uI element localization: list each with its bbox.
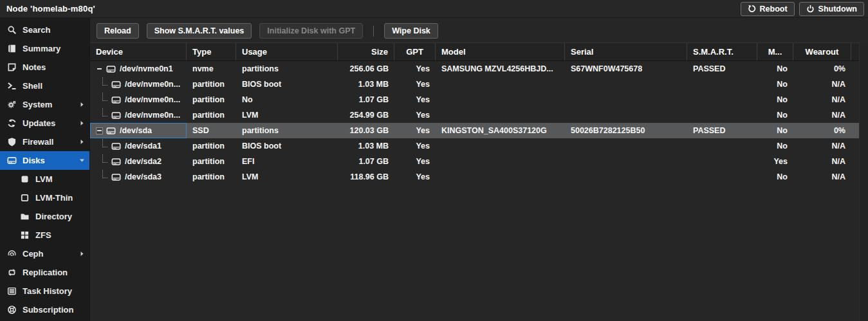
- cell-mounted: No: [757, 123, 793, 138]
- sidebar-item-zfs[interactable]: ZFS: [0, 226, 89, 244]
- cell-usage: BIOS boot: [236, 138, 338, 154]
- lifering-icon: [6, 305, 17, 315]
- sidebar-item-label: Shell: [23, 81, 86, 91]
- cell-smart: [687, 107, 757, 123]
- cell-model: [436, 92, 565, 107]
- cell-gpt: Yes: [394, 138, 436, 154]
- column-header-device[interactable]: Device: [90, 43, 187, 60]
- sidebar-item-lvm-thin[interactable]: LVM-Thin: [0, 188, 89, 207]
- node-title: Node 'homelab-m80q': [6, 4, 95, 14]
- sidebar-item-label: System: [23, 100, 72, 109]
- tree-connector: [102, 154, 107, 163]
- sidebar-item-shell[interactable]: Shell: [0, 77, 89, 95]
- sidebar-item-system[interactable]: System: [0, 95, 89, 114]
- column-header-gpt[interactable]: GPT: [394, 43, 436, 60]
- sidebar-item-ceph[interactable]: Ceph: [0, 244, 89, 263]
- show-smart-values-button[interactable]: Show S.M.A.R.T. values: [147, 23, 252, 39]
- column-header-usage[interactable]: Usage: [236, 43, 338, 60]
- cell-serial: [565, 107, 687, 123]
- column-header-type[interactable]: Type: [187, 43, 236, 60]
- disks-toolbar: Reload Show S.M.A.R.T. values Initialize…: [90, 18, 868, 41]
- table-row-dev-sda1[interactable]: /dev/sda1partitionBIOS boot1.03 MBYesNoN…: [90, 138, 868, 154]
- sidebar-item-firewall[interactable]: Firewall: [0, 133, 89, 151]
- reload-button[interactable]: Reload: [97, 23, 139, 39]
- cell-size: 1.07 GB: [338, 154, 394, 169]
- column-header-m[interactable]: M...: [757, 43, 793, 60]
- sidebar-item-replication[interactable]: Replication: [0, 263, 89, 282]
- book-icon: [6, 44, 17, 54]
- table-row-dev-nvme0n[interactable]: /dev/nvme0n...partitionLVM254.99 GBYesNo…: [90, 107, 868, 123]
- sidebar-item-updates[interactable]: Updates: [0, 114, 89, 133]
- sidebar-item-search[interactable]: Search: [0, 21, 89, 39]
- sidebar-item-notes[interactable]: Notes: [0, 58, 89, 77]
- sidebar-item-task-history[interactable]: Task History: [0, 282, 89, 300]
- tree-connector: [102, 77, 107, 86]
- cell-wearout: 0%: [793, 123, 851, 138]
- initialize-disk-gpt-button[interactable]: Initialize Disk with GPT: [259, 23, 363, 39]
- drive-icon: [111, 95, 122, 104]
- cell-wearout: N/A: [793, 138, 851, 154]
- cell-usage: BIOS boot: [236, 77, 338, 92]
- cell-device: /dev/nvme0n...: [90, 77, 187, 92]
- cell-size: 1.07 GB: [338, 92, 394, 107]
- power-icon: [806, 5, 815, 13]
- reboot-button[interactable]: Reboot: [741, 2, 795, 16]
- device-name: /dev/nvme0n...: [125, 111, 180, 120]
- drive-icon: [111, 172, 122, 181]
- cell-mounted: No: [757, 61, 793, 77]
- cell-smart: PASSED: [687, 123, 757, 138]
- sidebar-item-label: Disks: [23, 156, 72, 165]
- column-header-s-m-a-r-t[interactable]: S.M.A.R.T.: [687, 43, 757, 60]
- cell-device: /dev/sda: [90, 123, 187, 138]
- table-row-dev-nvme0n1[interactable]: /dev/nvme0n1nvmepartitions256.06 GBYesSA…: [90, 61, 868, 77]
- cell-device: /dev/sda3: [90, 169, 187, 185]
- cell-size: 120.03 GB: [338, 123, 394, 138]
- tree-connector: [102, 139, 107, 147]
- cell-wearout: N/A: [793, 77, 851, 92]
- cell-wearout: N/A: [793, 107, 851, 123]
- cell-type: nvme: [187, 61, 236, 77]
- column-header-wearout[interactable]: Wearout: [793, 43, 851, 60]
- sidebar-item-label: Task History: [23, 286, 86, 296]
- table-row-dev-nvme0n[interactable]: /dev/nvme0n...partitionNo1.07 GBYesNoN/A: [90, 92, 868, 107]
- cell-model: KINGSTON_SA400S37120G: [436, 123, 565, 138]
- cell-gpt: Yes: [394, 123, 436, 138]
- disks-panel: Reload Show S.M.A.R.T. values Initialize…: [90, 18, 868, 321]
- cell-usage: partitions: [236, 123, 338, 138]
- column-header-serial[interactable]: Serial: [565, 43, 687, 60]
- cell-mounted: No: [757, 77, 793, 92]
- cell-type: partition: [187, 138, 236, 154]
- sidebar-item-label: Replication: [23, 268, 86, 277]
- table-row-dev-nvme0n[interactable]: /dev/nvme0n...partitionBIOS boot1.03 MBY…: [90, 77, 868, 92]
- cell-smart: [687, 92, 757, 107]
- sidebar-item-summary[interactable]: Summary: [0, 39, 89, 58]
- column-header-size[interactable]: Size: [338, 43, 394, 60]
- cell-wearout: 0%: [793, 61, 851, 77]
- cell-mounted: No: [757, 169, 793, 185]
- drive-icon: [106, 126, 116, 135]
- tree-connector: [102, 93, 107, 101]
- cell-device: /dev/sda1: [90, 138, 187, 154]
- table-row-dev-sda3[interactable]: /dev/sda3partitionLVM118.96 GBYesNoN/A: [90, 169, 868, 185]
- table-row-dev-sda[interactable]: /dev/sdaSSDpartitions120.03 GBYesKINGSTO…: [90, 123, 868, 138]
- column-header-model[interactable]: Model: [436, 43, 565, 60]
- cell-usage: LVM: [236, 169, 338, 185]
- cell-serial: [565, 77, 687, 92]
- cell-type: SSD: [187, 123, 236, 138]
- sidebar-item-subscription[interactable]: Subscription: [0, 300, 89, 319]
- wipe-disk-button[interactable]: Wipe Disk: [384, 23, 438, 39]
- sidebar-item-disks[interactable]: Disks: [0, 151, 89, 170]
- table-row-dev-sda2[interactable]: /dev/sda2partitionEFI1.07 GBYesYesN/A: [90, 154, 868, 169]
- sidebar-item-directory[interactable]: Directory: [0, 207, 89, 226]
- shutdown-button[interactable]: Shutdown: [799, 2, 864, 16]
- cell-size: 254.99 GB: [338, 107, 394, 123]
- tree-collapse-icon[interactable]: [96, 66, 103, 73]
- drive-icon: [111, 157, 122, 166]
- tree-collapse-icon[interactable]: [96, 127, 103, 134]
- cell-serial: S67WNF0W475678: [565, 61, 687, 77]
- cell-device: /dev/nvme0n1: [90, 61, 187, 77]
- sidebar-item-label: Updates: [23, 118, 72, 128]
- sidebar-item-lvm[interactable]: LVM: [0, 170, 89, 188]
- vertical-scrollbar[interactable]: [859, 42, 868, 321]
- cell-gpt: Yes: [394, 61, 436, 77]
